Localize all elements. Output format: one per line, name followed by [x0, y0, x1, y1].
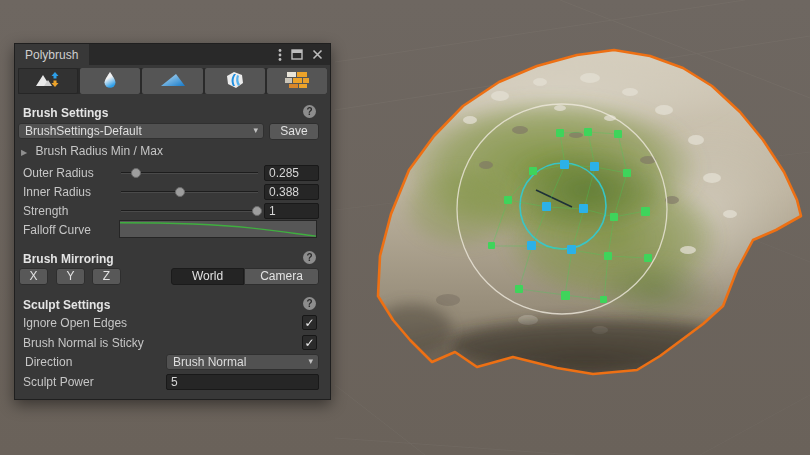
- mirror-y-button[interactable]: Y: [56, 268, 85, 285]
- window-tabstrip: Polybrush: [15, 44, 330, 65]
- chevron-down-icon: ▾: [308, 356, 313, 366]
- inner-radius-label: Inner Radius: [23, 185, 91, 199]
- checkmark-icon: ✓: [304, 316, 314, 330]
- falloff-curve-label: Falloff Curve: [23, 223, 91, 237]
- checkmark-icon: ✓: [304, 336, 314, 350]
- direction-label: Direction: [25, 355, 72, 369]
- strength-field[interactable]: [264, 203, 319, 219]
- mirror-space-camera-button[interactable]: Camera: [244, 268, 319, 285]
- save-button[interactable]: Save: [269, 123, 319, 140]
- ignore-open-edges-checkbox[interactable]: ✓: [302, 315, 317, 330]
- falloff-curve-line: [120, 223, 316, 236]
- smooth-droplet-icon: [102, 71, 118, 92]
- sculpt-mountain-icon: [35, 71, 61, 91]
- brush-mirroring-header: Brush Mirroring ?: [23, 252, 322, 266]
- mirror-x-button[interactable]: X: [19, 268, 48, 285]
- ignore-open-edges-label: Ignore Open Edges: [23, 316, 127, 330]
- foldout-arrow-icon: ▶: [21, 148, 27, 157]
- tool-texture-blend-button[interactable]: [267, 68, 327, 94]
- mode-toolbar: [18, 68, 327, 94]
- chevron-down-icon: ▾: [253, 125, 258, 135]
- outer-radius-label: Outer Radius: [23, 166, 94, 180]
- brush-preset-dropdown[interactable]: BrushSettings-Default ▾: [18, 123, 264, 139]
- brush-normal-sticky-checkbox[interactable]: ✓: [302, 335, 317, 350]
- brush-preset-value: BrushSettings-Default: [25, 124, 142, 138]
- inner-radius-slider[interactable]: [121, 183, 258, 201]
- mirror-space-world-button[interactable]: World: [171, 268, 244, 285]
- prefab-shell-icon: [225, 71, 245, 92]
- tool-sculpt-button[interactable]: [18, 68, 78, 94]
- unity-scene-view: Polybrush: [0, 0, 810, 455]
- brush-normal-sticky-label: Brush Normal is Sticky: [23, 336, 144, 350]
- strength-label: Strength: [23, 204, 68, 218]
- window-title: Polybrush: [25, 48, 78, 62]
- inner-radius-field[interactable]: [264, 184, 319, 200]
- tool-smooth-button[interactable]: [80, 68, 140, 94]
- falloff-curve-field[interactable]: [119, 220, 317, 238]
- brush-settings-header: Brush Settings ?: [23, 106, 322, 120]
- outer-radius-field[interactable]: [264, 165, 319, 181]
- help-icon[interactable]: ?: [303, 105, 316, 118]
- mirror-z-button[interactable]: Z: [92, 268, 121, 285]
- direction-value: Brush Normal: [173, 355, 246, 369]
- tool-scatter-prefab-button[interactable]: [205, 68, 265, 94]
- tool-paint-color-button[interactable]: [142, 68, 202, 94]
- direction-dropdown[interactable]: Brush Normal ▾: [166, 354, 319, 370]
- paint-triangle-icon: [160, 72, 186, 90]
- strength-slider[interactable]: [121, 202, 258, 220]
- outer-radius-slider[interactable]: [121, 164, 258, 182]
- tab-polybrush[interactable]: Polybrush: [15, 44, 89, 65]
- texture-bricks-icon: [285, 71, 309, 91]
- sculpt-power-label: Sculpt Power: [23, 375, 94, 389]
- sculpt-power-field[interactable]: [166, 374, 319, 390]
- close-icon[interactable]: [312, 49, 323, 60]
- help-icon[interactable]: ?: [303, 251, 316, 264]
- sculpt-settings-header: Sculpt Settings ?: [23, 298, 322, 312]
- kebab-menu-icon[interactable]: [278, 48, 282, 62]
- maximize-icon[interactable]: [291, 49, 303, 60]
- help-icon[interactable]: ?: [303, 297, 316, 310]
- polybrush-window: Polybrush: [14, 43, 331, 400]
- radius-minmax-foldout[interactable]: ▶ Brush Radius Min / Max: [21, 144, 163, 158]
